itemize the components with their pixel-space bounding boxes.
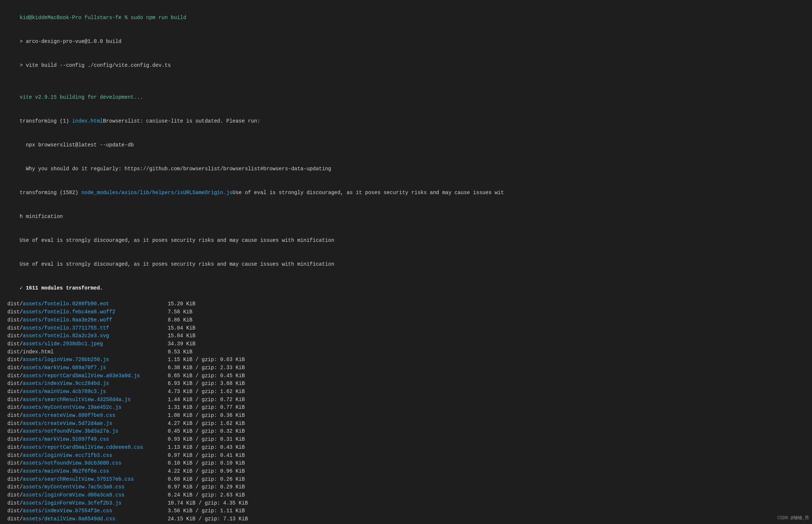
file-name: assets/searchResultView.43258d4a.js bbox=[23, 397, 131, 403]
transform1-file: index.html bbox=[72, 118, 103, 124]
file-path-prefix: dist/ bbox=[7, 341, 23, 347]
file-name: assets/fontello.37711755.ttf bbox=[23, 325, 109, 331]
file-name: assets/detailView.8a8549dd.css bbox=[23, 516, 115, 522]
file-path-prefix: dist/ bbox=[7, 516, 23, 522]
file-line: dist/assets/fontello.0286fb90.eot 15.20 … bbox=[7, 300, 805, 308]
file-size: 6.38 KiB / gzip: 2.33 KiB bbox=[168, 365, 245, 371]
vite-building-line: vite v2.9.15 building for development... bbox=[7, 85, 805, 109]
npx-line: npx browserslist@latest --update-db bbox=[7, 133, 805, 157]
file-name: assets/createView.5d72d4ae.js bbox=[23, 421, 112, 426]
file-name: assets/fontello.febc4ea8.woff2 bbox=[23, 309, 115, 315]
file-path-prefix: dist/ bbox=[7, 500, 23, 506]
file-line: dist/assets/searchResultView.575157eb.cs… bbox=[7, 476, 805, 484]
vite-building-text: vite v2.9.15 building for development... bbox=[20, 94, 143, 100]
file-size: 1.31 KiB / gzip: 0.77 KiB bbox=[168, 404, 245, 410]
cmd2-line: > vite build --config ./config/vite.conf… bbox=[7, 54, 805, 77]
file-name: assets/slide.2938dbc1.jpeg bbox=[23, 341, 103, 347]
file-line: dist/index.html 0.53 KiB bbox=[7, 348, 805, 356]
file-size: 0.65 KiB / gzip: 0.45 KiB bbox=[168, 373, 245, 379]
file-path-prefix: dist/ bbox=[7, 397, 23, 403]
file-name: assets/fontello.0286fb90.eot bbox=[23, 301, 109, 307]
file-path-prefix: dist/ bbox=[7, 484, 23, 490]
file-name: assets/myContentView.19ae452c.js bbox=[23, 404, 122, 410]
eval-warn2-line: Use of eval is strongly discouraged, as … bbox=[7, 252, 805, 276]
file-path-prefix: dist/ bbox=[7, 333, 23, 339]
file-name: assets/loginView.ecc71fb3.css bbox=[23, 452, 112, 458]
transform1-pre: transforming (1) bbox=[20, 118, 72, 124]
file-path-prefix: dist/ bbox=[7, 365, 23, 371]
file-path-prefix: dist/ bbox=[7, 301, 23, 307]
file-size: 10.74 KiB / gzip: 4.35 KiB bbox=[168, 500, 248, 506]
file-line: dist/assets/myContentView.7ac5c3a0.css 0… bbox=[7, 483, 805, 491]
file-name: assets/reportCardSmallView.a03e3a0d.js bbox=[23, 373, 140, 379]
file-size: 8.24 KiB / gzip: 2.63 KiB bbox=[168, 492, 245, 498]
file-size: 6.93 KiB / gzip: 3.68 KiB bbox=[168, 381, 245, 386]
modules-transformed-line: ✓ 1611 modules transformed. bbox=[7, 276, 805, 300]
file-size: 0.53 KiB bbox=[168, 349, 192, 355]
file-line: dist/assets/myContentView.19ae452c.js 1.… bbox=[7, 404, 805, 412]
file-size: 8.86 KiB bbox=[168, 317, 192, 323]
file-path-prefix: dist/ bbox=[7, 317, 23, 323]
file-size: 7.58 KiB bbox=[168, 309, 192, 315]
cmd1-text: > arco-design-pro-vue@1.0.0 build bbox=[20, 39, 122, 44]
file-line: dist/assets/createView.880f7be9.css 1.08… bbox=[7, 412, 805, 420]
file-name: assets/notfoundView.3bd3a27a.js bbox=[23, 428, 118, 434]
file-path-prefix: dist/ bbox=[7, 436, 23, 442]
file-line: dist/assets/loginFormView.d00a3ca8.css 8… bbox=[7, 491, 805, 499]
file-name: assets/searchResultView.575157eb.css bbox=[23, 476, 134, 482]
file-size: 15.04 KiB bbox=[168, 325, 196, 331]
file-name: assets/reportCardSmallView.cddeeee8.css bbox=[23, 444, 143, 450]
file-name: assets/indexView.b7554f3e.css bbox=[23, 508, 112, 514]
file-line: dist/assets/fontello.82a2c2e3.svg 15.84 … bbox=[7, 332, 805, 340]
file-line: dist/assets/loginView.ecc71fb3.css 0.97 … bbox=[7, 452, 805, 460]
file-path-prefix: dist/ bbox=[7, 389, 23, 394]
transform2-pre: transforming (1582) bbox=[20, 190, 81, 196]
file-list: dist/assets/fontello.0286fb90.eot 15.20 … bbox=[7, 300, 805, 524]
file-line: dist/assets/detailView.8a8549dd.css 24.1… bbox=[7, 515, 805, 523]
file-path-prefix: dist/ bbox=[7, 492, 23, 498]
file-name: index.html bbox=[23, 349, 54, 355]
eval-warn2: Use of eval is strongly discouraged, as … bbox=[20, 261, 334, 267]
file-name: assets/mainView.9b2f6f8e.css bbox=[23, 468, 109, 474]
file-path-prefix: dist/ bbox=[7, 476, 23, 482]
blank1 bbox=[7, 77, 805, 85]
file-line: dist/assets/slide.2938dbc1.jpeg 34.39 Ki… bbox=[7, 340, 805, 348]
file-line: dist/assets/reportCardSmallView.cddeeee8… bbox=[7, 444, 805, 452]
file-line: dist/assets/notfoundView.3bd3a27a.js 0.4… bbox=[7, 427, 805, 436]
file-name: assets/fontello.82a2c2e3.svg bbox=[23, 333, 109, 339]
file-size: 4.27 KiB / gzip: 1.62 KiB bbox=[168, 421, 245, 426]
transform2-line: transforming (1582) node_modules/axios/l… bbox=[7, 181, 805, 205]
file-path-prefix: dist/ bbox=[7, 508, 23, 514]
file-name: assets/myContentView.7ac5c3a0.css bbox=[23, 484, 124, 490]
cmd2-text: > vite build --config ./config/vite.conf… bbox=[20, 62, 171, 68]
file-path-prefix: dist/ bbox=[7, 381, 23, 386]
file-size: 4.73 KiB / gzip: 1.62 KiB bbox=[168, 389, 245, 394]
file-path-prefix: dist/ bbox=[7, 373, 23, 379]
watermark: CSDN @蛐蛐_秀 bbox=[777, 515, 809, 521]
file-name: assets/notfoundView.9dcb3080.css bbox=[23, 460, 122, 466]
file-size: 0.97 KiB / gzip: 0.41 KiB bbox=[168, 452, 245, 458]
file-name: assets/loginView.726bb250.js bbox=[23, 357, 109, 363]
file-line: dist/assets/markView.51097f49.css 0.93 K… bbox=[7, 436, 805, 444]
prompt-user: kid@kiddeMacBook-Pro fullstars-fe % sudo… bbox=[20, 15, 186, 21]
file-line: dist/assets/fontello.8aa3e26e.woff 8.86 … bbox=[7, 316, 805, 324]
file-line: dist/assets/markView.689a70f7.js 6.38 Ki… bbox=[7, 364, 805, 372]
cmd1-line: > arco-design-pro-vue@1.0.0 build bbox=[7, 30, 805, 54]
file-path-prefix: dist/ bbox=[7, 309, 23, 315]
file-path-prefix: dist/ bbox=[7, 444, 23, 450]
transform2-cont-line: h minification bbox=[7, 205, 805, 229]
file-path-prefix: dist/ bbox=[7, 428, 23, 434]
file-path-prefix: dist/ bbox=[7, 412, 23, 418]
file-name: assets/fontello.8aa3e26e.woff bbox=[23, 317, 112, 323]
file-path-prefix: dist/ bbox=[7, 421, 23, 426]
transform2-cont: h minification bbox=[20, 214, 63, 219]
file-line: dist/assets/mainView.9b2f6f8e.css 4.22 K… bbox=[7, 467, 805, 476]
file-size: 1.08 KiB / gzip: 0.36 KiB bbox=[168, 412, 245, 418]
file-size: 4.22 KiB / gzip: 0.96 KiB bbox=[168, 468, 245, 474]
file-size: 0.10 KiB / gzip: 0.10 KiB bbox=[168, 460, 245, 466]
file-line: dist/assets/reportCardSmallView.a03e3a0d… bbox=[7, 372, 805, 380]
file-size: 0.45 KiB / gzip: 0.32 KiB bbox=[168, 428, 245, 434]
file-size: 0.93 KiB / gzip: 0.31 KiB bbox=[168, 436, 245, 442]
file-size: 0.60 KiB / gzip: 0.26 KiB bbox=[168, 476, 245, 482]
file-name: assets/loginFormView.d00a3ca8.css bbox=[23, 492, 124, 498]
